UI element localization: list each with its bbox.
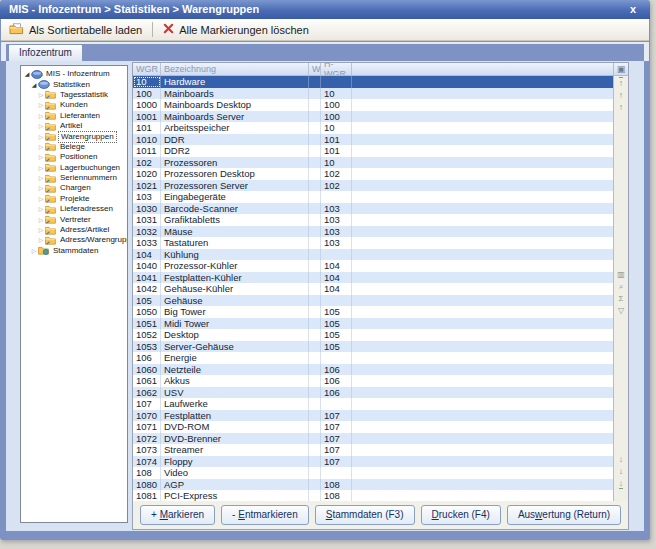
grid-row-1060[interactable]: 1060Netzteile106: [133, 364, 614, 376]
grid-row-106[interactable]: 106Energie: [133, 352, 614, 364]
grid-row-103[interactable]: 103Eingabegeräte: [133, 191, 614, 203]
grid-row-1061[interactable]: 1061Akkus106: [133, 375, 614, 387]
folder-icon: [45, 153, 58, 162]
grid-row-1081[interactable]: 1081PCI-Express108: [133, 490, 614, 502]
tree-item-adress-warengruppen[interactable]: ▷Adress/Warengruppen: [21, 235, 127, 245]
grid-row-1052[interactable]: 1052Desktop105: [133, 329, 614, 341]
tree-expanded-icon[interactable]: ◢: [30, 80, 38, 90]
tree-collapsed-icon[interactable]: ▷: [37, 100, 45, 110]
grid-row-1053[interactable]: 1053Server-Gehäuse105: [133, 341, 614, 353]
tree-collapsed-icon[interactable]: ▷: [37, 152, 45, 162]
markieren-button[interactable]: + Markieren: [140, 505, 215, 525]
tree-item-chargen[interactable]: ▷Chargen: [21, 183, 127, 193]
tree-collapsed-icon[interactable]: ▷: [37, 194, 45, 204]
scroll-up-icon[interactable]: ↑: [614, 102, 628, 114]
tree-item-lagerbuchungen[interactable]: ▷Lagerbuchungen: [21, 163, 127, 173]
resize-columns-icon[interactable]: ▥: [614, 269, 628, 281]
grid-row-100[interactable]: 100Mainboards10: [133, 88, 614, 100]
grid-row-1033[interactable]: 1033Tastaturen103: [133, 237, 614, 249]
grid-row-1051[interactable]: 1051Midi Tower105: [133, 318, 614, 330]
grid-row-102[interactable]: 102Prozessoren10: [133, 157, 614, 169]
grid-row-1062[interactable]: 1062USV106: [133, 387, 614, 399]
tree-collapsed-icon[interactable]: ▷: [37, 142, 45, 152]
tree-collapsed-icon[interactable]: ▷: [30, 246, 38, 256]
scroll-to-top-icon[interactable]: ↑: [614, 78, 628, 90]
grid-row-1070[interactable]: 1070Festplatten107: [133, 410, 614, 422]
grid-row-1001[interactable]: 1001Mainboards Server100: [133, 111, 614, 123]
grid-row-1041[interactable]: 1041Festplatten-Kühler104: [133, 272, 614, 284]
tree-item-belege[interactable]: ▷Belege: [21, 142, 127, 152]
grid-row-1030[interactable]: 1030Barcode-Scanner103: [133, 203, 614, 215]
tree-item-warengruppen[interactable]: ▷Warengruppen: [21, 131, 127, 141]
column-header-label: H-WGR: [324, 63, 351, 75]
tree-collapsed-icon[interactable]: ▷: [37, 173, 45, 183]
grid-row-1010[interactable]: 1010DDR101: [133, 134, 614, 146]
column-header-bezeichnung[interactable]: Bezeichnung: [161, 63, 309, 75]
tree-collapsed-icon[interactable]: ▷: [37, 215, 45, 225]
auswertung-button[interactable]: Auswertung (Return): [507, 505, 621, 525]
tree-item-seriennummern[interactable]: ▷Seriennummern: [21, 173, 127, 183]
grid-row-1071[interactable]: 1071DVD-ROM107: [133, 421, 614, 433]
tree-item-lieferanten[interactable]: ▷Lieferanten: [21, 111, 127, 121]
filter-icon[interactable]: ▽: [614, 305, 628, 317]
grid-row-1032[interactable]: 1032Mäuse103: [133, 226, 614, 238]
scroll-to-bottom-icon[interactable]: ↓: [614, 478, 628, 490]
tree-collapsed-icon[interactable]: ▷: [37, 183, 45, 193]
column-chooser-icon[interactable]: ▣: [614, 63, 628, 76]
tab-infozentrum[interactable]: Infozentrum: [8, 44, 83, 61]
tree-collapsed-icon[interactable]: ▷: [37, 132, 45, 142]
grid-row-104[interactable]: 104Kühlung: [133, 249, 614, 261]
grid-row-1020[interactable]: 1020Prozessoren Desktop102: [133, 168, 614, 180]
grid-row-1073[interactable]: 1073Streamer107: [133, 444, 614, 456]
tree-item-tagesstatistik[interactable]: ▷Tagesstatistik: [21, 90, 127, 100]
tree-collapsed-icon[interactable]: ▷: [37, 121, 45, 131]
tree-item-positionen[interactable]: ▷Positionen: [21, 152, 127, 162]
tree-collapsed-icon[interactable]: ▷: [37, 111, 45, 121]
tree-item-kunden[interactable]: ▷Kunden: [21, 100, 127, 110]
tree-item-projekte[interactable]: ▷Projekte: [21, 194, 127, 204]
tree-expanded-icon[interactable]: ◢: [23, 69, 31, 79]
load-as-sort-table-button[interactable]: Als Sortiertabelle laden: [1, 20, 150, 40]
grid-row-107[interactable]: 107Laufwerke: [133, 398, 614, 410]
sum-icon[interactable]: Σ: [614, 293, 628, 305]
tree-collapsed-icon[interactable]: ▷: [37, 163, 45, 173]
grid-row-1011[interactable]: 1011DDR2101: [133, 145, 614, 157]
scroll-down-icon[interactable]: ↓: [614, 454, 628, 466]
entmarkieren-button[interactable]: - Entmarkieren: [221, 505, 309, 525]
tree-item-lieferadressen[interactable]: ▷Lieferadressen: [21, 204, 127, 214]
drucken-button[interactable]: Drucken (F4): [421, 505, 501, 525]
tree-collapsed-icon[interactable]: ▷: [37, 235, 45, 245]
grid-row-1050[interactable]: 1050Big Tower105: [133, 306, 614, 318]
tree-item-adress-artikel[interactable]: ▷Adress/Artikel: [21, 225, 127, 235]
tree-collapsed-icon[interactable]: ▷: [37, 90, 45, 100]
grid-row-1080[interactable]: 1080AGP108: [133, 479, 614, 491]
grid-row-1021[interactable]: 1021Prozessoren Server102: [133, 180, 614, 192]
grid-row-101[interactable]: 101Arbeitsspeicher10: [133, 122, 614, 134]
cell-hwgr: 103: [321, 237, 352, 249]
tree-collapsed-icon[interactable]: ▷: [37, 204, 45, 214]
tree-item-vertreter[interactable]: ▷Vertreter: [21, 214, 127, 224]
grid-row-105[interactable]: 105Gehäuse: [133, 295, 614, 307]
grid-row-108[interactable]: 108Video: [133, 467, 614, 479]
scroll-up-fast-icon[interactable]: ↑: [614, 90, 628, 102]
tree-item-label: Statistiken: [51, 80, 92, 90]
grid-row-1042[interactable]: 1042Gehäuse-Kühler104: [133, 283, 614, 295]
search-icon[interactable]: ⌕: [614, 281, 628, 293]
grid-row-1072[interactable]: 1072DVD-Brenner107: [133, 433, 614, 445]
grid-row-10[interactable]: 10Hardware: [133, 76, 614, 88]
column-header-w[interactable]: W: [309, 63, 321, 75]
stammdaten-button[interactable]: Stammdaten (F3): [315, 505, 415, 525]
grid-row-1074[interactable]: 1074Floppy107: [133, 456, 614, 468]
tree-item-stammdaten[interactable]: ▷Stammdaten: [21, 246, 127, 256]
tree-collapsed-icon[interactable]: ▷: [37, 225, 45, 235]
column-header-hwgr[interactable]: H-WGR: [321, 63, 352, 75]
tree-item-mis-infozentrum[interactable]: ◢MIS - Infozentrum: [21, 69, 127, 79]
grid-row-1000[interactable]: 1000Mainboards Desktop100: [133, 99, 614, 111]
tree-item-statistiken[interactable]: ◢Statistiken: [21, 79, 127, 89]
grid-row-1040[interactable]: 1040Prozessor-Kühler104: [133, 260, 614, 272]
column-header-wgr[interactable]: WGR▼: [133, 63, 161, 75]
grid-row-1031[interactable]: 1031Grafiktabletts103: [133, 214, 614, 226]
scroll-down-fast-icon[interactable]: ↓: [614, 466, 628, 478]
close-button[interactable]: x: [630, 0, 636, 19]
clear-all-marks-button[interactable]: Alle Markierungen löschen: [155, 20, 317, 40]
